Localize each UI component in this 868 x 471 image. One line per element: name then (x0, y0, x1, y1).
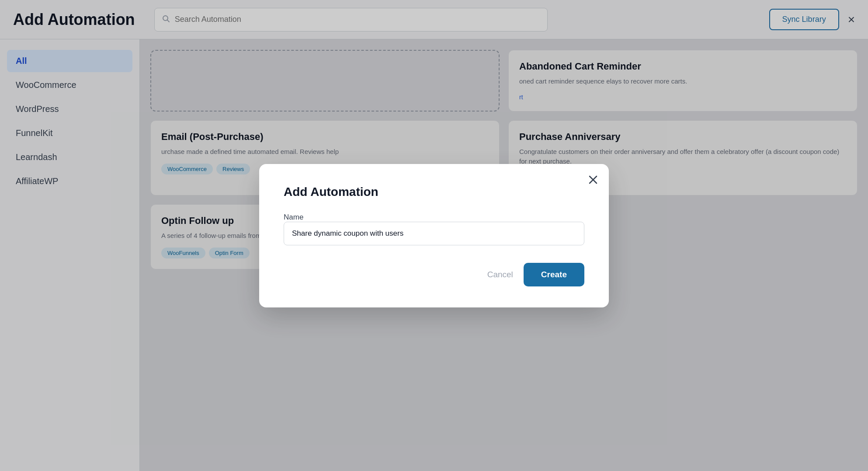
modal-close-button[interactable] (588, 174, 598, 188)
create-button[interactable]: Create (524, 263, 584, 286)
modal-title: Add Automation (284, 185, 584, 199)
name-label: Name (284, 213, 303, 221)
name-input[interactable] (284, 222, 584, 245)
modal-overlay: Add Automation Name Cancel Create (0, 0, 868, 471)
add-automation-modal: Add Automation Name Cancel Create (259, 164, 609, 307)
cancel-button[interactable]: Cancel (487, 270, 513, 279)
modal-actions: Cancel Create (284, 263, 584, 286)
